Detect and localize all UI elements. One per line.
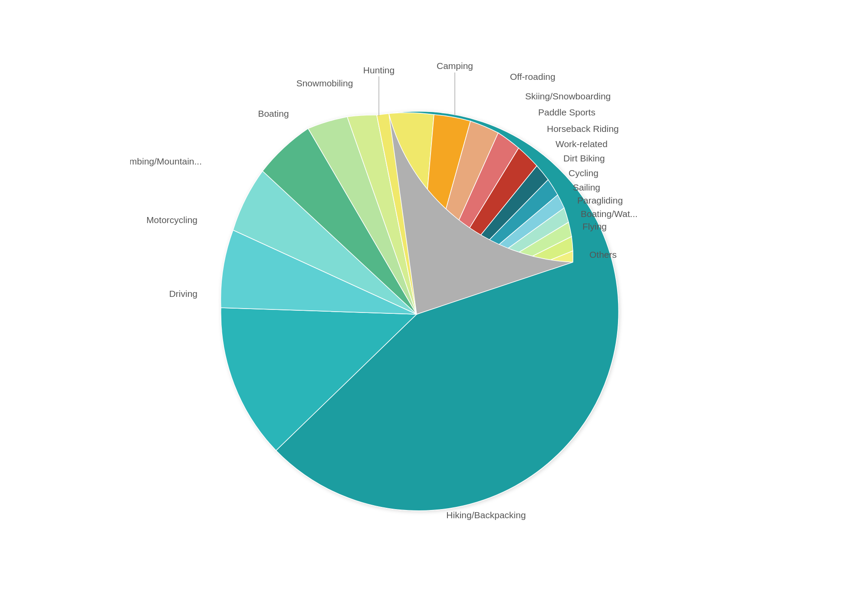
label-hiking-backpacking: Hiking/Backpacking — [446, 510, 526, 520]
label-others: Others — [589, 250, 617, 260]
label-paddle-sports: Paddle Sports — [538, 107, 595, 117]
label-work-related: Work-related — [556, 139, 608, 149]
label-sailing: Sailing — [573, 182, 600, 192]
label-motorcycling: Motorcycling — [146, 215, 197, 225]
label-driving: Driving — [169, 289, 197, 299]
label-snowmobiling: Snowmobiling — [296, 78, 353, 88]
label-horseback-riding: Horseback Riding — [547, 124, 619, 134]
label-camping: Camping — [437, 61, 473, 71]
label-boating-water: Boating/Wat... — [581, 209, 638, 219]
label-flying: Flying — [582, 221, 607, 231]
label-hunting: Hunting — [363, 65, 395, 75]
label-skiing: Skiing/Snowboarding — [525, 91, 611, 101]
label-boating: Boating — [258, 109, 289, 118]
label-cycling: Cycling — [569, 168, 598, 178]
label-offroading: Off-roading — [510, 72, 556, 82]
pie-chart-container: Hiking/Backpacking Driving Motorcycling … — [130, 41, 738, 562]
pie-segments — [221, 111, 619, 510]
label-climbing: Climbing/Mountain... — [130, 156, 202, 166]
label-dirt-biking: Dirt Biking — [563, 153, 605, 163]
label-paragliding: Paragliding — [577, 195, 623, 205]
